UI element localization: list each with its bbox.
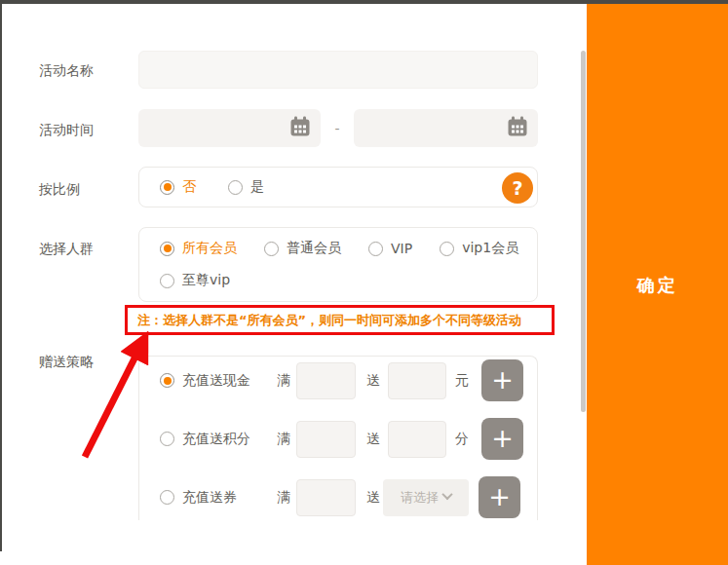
- annotation-highlight-box: 注：选择人群不是“所有会员”，则同一时间可添加多个不同等级活动: [125, 305, 555, 335]
- dropdown-placeholder: 请选择: [401, 489, 439, 507]
- help-icon[interactable]: ?: [502, 172, 533, 204]
- by-ratio-label: 按比例: [39, 181, 80, 199]
- activity-time-label: 活动时间: [39, 122, 94, 139]
- strategy-row-coupon: 充值送券 满 送 请选择 +: [160, 476, 520, 518]
- points-gift-input[interactable]: [388, 421, 446, 458]
- strategy-row-cash: 充值送现金 满 送 元 +: [160, 359, 523, 401]
- points-threshold-input[interactable]: [296, 421, 356, 458]
- give-label: 送: [366, 489, 380, 507]
- strategy-row-points: 充值送积分 满 送 分 +: [160, 418, 523, 460]
- crowd-option-label: 至尊vip: [182, 272, 230, 289]
- radio-unselected-icon: [228, 180, 243, 195]
- full-label: 满: [277, 431, 290, 448]
- calendar-icon: [288, 115, 312, 142]
- window-left-edge: [0, 4, 2, 551]
- plus-icon: +: [488, 483, 511, 509]
- crowd-option-vip1[interactable]: vip1会员: [440, 240, 518, 257]
- radio-unselected-icon[interactable]: [160, 432, 174, 446]
- radio-selected-icon: [160, 242, 174, 256]
- crowd-option-supreme-vip[interactable]: 至尊vip: [160, 272, 230, 289]
- give-label: 送: [366, 431, 380, 448]
- radio-selected-icon: [160, 180, 174, 195]
- confirm-button[interactable]: 确定: [587, 274, 728, 297]
- ratio-option-no[interactable]: 否: [160, 178, 196, 196]
- calendar-icon: [506, 115, 529, 142]
- full-label: 满: [277, 372, 290, 390]
- ratio-option-yes[interactable]: 是: [228, 178, 264, 196]
- crowd-option-normal-members[interactable]: 普通会员: [264, 240, 341, 257]
- give-label: 送: [366, 372, 380, 390]
- strategy-name-label: 充值送积分: [182, 431, 277, 448]
- radio-selected-icon[interactable]: [160, 373, 174, 388]
- radio-unselected-icon: [160, 274, 174, 288]
- plus-icon: +: [491, 425, 514, 451]
- note-text: 注：选择人群不是“所有会员”，则同一时间可添加多个不同等级活动: [137, 312, 521, 329]
- activity-name-input[interactable]: [138, 51, 538, 89]
- chevron-down-icon: [441, 488, 452, 499]
- coupon-threshold-input[interactable]: [296, 479, 356, 516]
- add-points-rule-button[interactable]: +: [481, 418, 523, 460]
- by-ratio-group: 否 是 ?: [138, 167, 538, 207]
- radio-unselected-icon[interactable]: [160, 490, 174, 505]
- crowd-option-label: 普通会员: [287, 240, 341, 257]
- confirm-panel: 确定: [587, 0, 728, 565]
- plus-icon: +: [491, 366, 514, 393]
- radio-unselected-icon: [368, 242, 383, 256]
- radio-unselected-icon: [440, 242, 454, 256]
- coupon-select-dropdown[interactable]: 请选择: [383, 479, 469, 516]
- ratio-option-yes-label: 是: [250, 178, 264, 196]
- strategy-name-label: 充值送券: [182, 489, 277, 507]
- crowd-option-label: 所有会员: [182, 240, 237, 257]
- strategy-name-label: 充值送现金: [182, 372, 277, 390]
- scrollbar-thumb[interactable]: [581, 51, 586, 412]
- crowd-option-label: VIP: [391, 241, 412, 256]
- end-date-picker[interactable]: [354, 109, 538, 147]
- ratio-option-no-label: 否: [182, 178, 196, 196]
- full-label: 满: [277, 489, 290, 507]
- cash-threshold-input[interactable]: [296, 362, 356, 399]
- activity-name-label: 活动名称: [39, 62, 94, 80]
- crowd-option-all-members[interactable]: 所有会员: [160, 240, 237, 257]
- window-top-edge: [0, 0, 728, 4]
- add-cash-rule-button[interactable]: +: [481, 359, 523, 401]
- crowd-group: 所有会员 普通会员 VIP vip1会员 至尊vip: [138, 227, 538, 302]
- date-range-separator: -: [329, 121, 345, 136]
- unit-label: 分: [455, 431, 469, 448]
- strategy-label: 赠送策略: [39, 354, 94, 371]
- crowd-label: 选择人群: [39, 241, 94, 258]
- cash-gift-input[interactable]: [388, 362, 446, 399]
- add-coupon-rule-button[interactable]: +: [479, 476, 520, 518]
- start-date-picker[interactable]: [138, 109, 321, 147]
- unit-label: 元: [455, 372, 469, 390]
- radio-unselected-icon: [264, 242, 279, 256]
- crowd-option-label: vip1会员: [462, 240, 518, 257]
- crowd-option-vip[interactable]: VIP: [368, 241, 412, 256]
- strategy-group: 充值送现金 满 送 元 + 充值送积分 满 送 分 + 充值送券 满 送 请选择…: [138, 356, 538, 520]
